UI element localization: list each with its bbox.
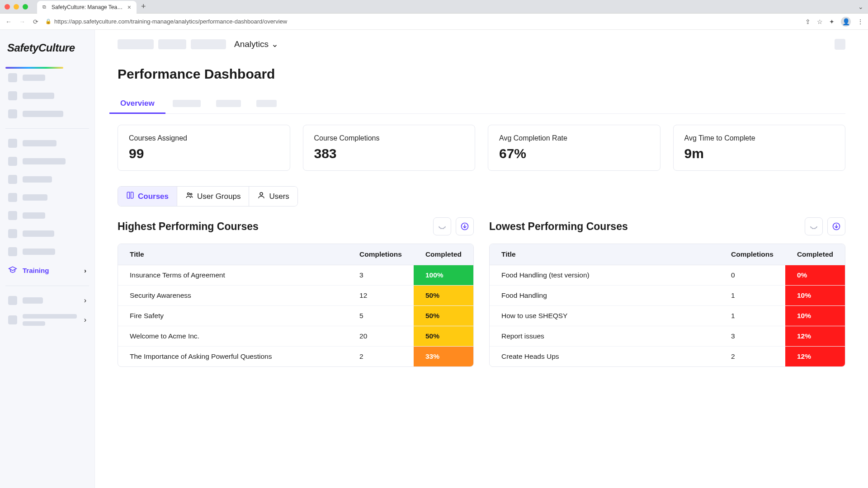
breadcrumb-placeholder <box>118 39 154 49</box>
graduation-cap-icon <box>8 265 17 276</box>
lowest-courses-table: Title Completions Completed Food Handlin… <box>489 244 845 367</box>
tab-close-icon[interactable]: × <box>127 4 131 11</box>
segment-user-groups[interactable]: User Groups <box>177 187 249 206</box>
tab-placeholder[interactable] <box>256 100 277 107</box>
user-icon <box>257 191 265 202</box>
table-row[interactable]: Security Awareness1250% <box>118 286 473 306</box>
segment-courses[interactable]: Courses <box>118 187 177 206</box>
col-title: Title <box>118 244 348 265</box>
tabs: Overview <box>118 94 845 114</box>
bookmark-icon[interactable]: ☆ <box>817 18 823 25</box>
users-icon <box>185 191 193 202</box>
segment-control: Courses User Groups Users <box>118 186 298 206</box>
sidebar-item-placeholder[interactable] <box>5 105 89 123</box>
stat-label: Courses Assigned <box>129 134 279 142</box>
sidebar-item-training[interactable]: Training › <box>5 261 89 280</box>
chevron-right-icon: › <box>84 316 86 324</box>
segment-label: Courses <box>138 192 169 201</box>
extensions-icon[interactable]: ✦ <box>829 18 835 25</box>
close-window-icon[interactable] <box>5 4 10 9</box>
cell-completions: 20 <box>348 326 414 347</box>
cell-completed: 50% <box>414 286 473 306</box>
sidebar-item-placeholder[interactable] <box>5 188 89 206</box>
segment-label: Users <box>269 192 289 201</box>
sidebar-item-placeholder[interactable] <box>5 134 89 152</box>
cell-title: Food Handling (test version) <box>490 265 719 286</box>
segment-label: User Groups <box>197 192 241 201</box>
cell-completions: 1 <box>719 306 785 326</box>
col-completions: Completions <box>719 244 785 265</box>
cell-completed: 12% <box>785 347 845 366</box>
table-row[interactable]: Welcome to Acme Inc.2050% <box>118 326 473 347</box>
book-icon <box>126 191 134 202</box>
table-row[interactable]: Create Heads Ups212% <box>490 347 845 366</box>
tabs-overflow-icon[interactable]: ⌄ <box>858 3 863 10</box>
page-title: Performance Dashboard <box>118 66 845 82</box>
table-row[interactable]: The Importance of Asking Powerful Questi… <box>118 347 473 366</box>
minimize-window-icon[interactable] <box>14 4 19 9</box>
analytics-dropdown[interactable]: Analytics ⌄ <box>231 37 282 51</box>
lock-icon: 🔒 <box>45 19 52 24</box>
tab-placeholder[interactable] <box>173 100 201 107</box>
download-button[interactable] <box>456 217 474 235</box>
maximize-window-icon[interactable] <box>23 4 28 9</box>
topbar-action-placeholder[interactable] <box>835 39 845 50</box>
stat-value: 383 <box>314 146 464 161</box>
download-button[interactable] <box>827 217 845 235</box>
url-field[interactable]: 🔒 https://app.safetyculture.com/training… <box>45 18 800 25</box>
table-row[interactable]: How to use SHEQSY110% <box>490 306 845 326</box>
cell-completions: 2 <box>348 347 414 366</box>
profile-avatar-icon[interactable]: 👤 <box>841 17 851 27</box>
cell-completed: 33% <box>414 347 473 366</box>
cell-completions: 3 <box>348 265 414 286</box>
sidebar-item-placeholder[interactable] <box>5 69 89 87</box>
breadcrumb-bar: Analytics ⌄ <box>95 30 868 51</box>
hide-button[interactable] <box>805 217 823 235</box>
share-icon[interactable]: ⇪ <box>805 18 811 25</box>
browser-tab[interactable]: ⧉ SafetyCulture: Manage Teams and ... × <box>37 1 137 14</box>
tab-label: Overview <box>120 99 155 108</box>
browser-menu-icon[interactable]: ⋮ <box>857 18 863 25</box>
stat-card: Courses Assigned99 <box>118 125 290 171</box>
sidebar-item-placeholder[interactable] <box>5 206 89 225</box>
cell-completed: 10% <box>785 306 845 326</box>
tab-overview[interactable]: Overview <box>118 94 157 113</box>
main-content: Analytics ⌄ Performance Dashboard Overvi… <box>95 30 868 488</box>
cell-completions: 5 <box>348 306 414 326</box>
sidebar-item-placeholder[interactable] <box>5 243 89 261</box>
table-row[interactable]: Food Handling110% <box>490 286 845 306</box>
back-button[interactable]: ← <box>5 18 13 25</box>
download-icon <box>832 222 841 231</box>
stat-card: Course Completions383 <box>303 125 476 171</box>
hide-button[interactable] <box>433 217 451 235</box>
sidebar-item-placeholder[interactable]: › <box>5 291 89 310</box>
cell-title: Create Heads Ups <box>490 347 719 366</box>
forward-button[interactable]: → <box>18 18 26 25</box>
cell-completions: 2 <box>719 347 785 366</box>
table-row[interactable]: Fire Safety550% <box>118 306 473 326</box>
cell-completed: 50% <box>414 326 473 347</box>
sidebar-item-placeholder[interactable] <box>5 225 89 243</box>
table-row[interactable]: Food Handling (test version)00% <box>490 265 845 286</box>
stat-card: Avg Completion Rate67% <box>488 125 660 171</box>
sidebar-item-placeholder[interactable] <box>5 152 89 170</box>
chevron-down-icon: ⌄ <box>271 39 278 49</box>
tab-placeholder[interactable] <box>216 100 241 107</box>
window-controls[interactable] <box>5 4 28 9</box>
col-completions: Completions <box>348 244 414 265</box>
table-row[interactable]: Insurance Terms of Agreement3100% <box>118 265 473 286</box>
svg-point-0 <box>188 193 190 195</box>
svg-point-1 <box>190 193 192 195</box>
cell-completed: 100% <box>414 265 473 286</box>
cell-title: Insurance Terms of Agreement <box>118 265 348 286</box>
reload-button[interactable]: ⟳ <box>32 18 40 25</box>
segment-users[interactable]: Users <box>249 187 297 206</box>
table-row[interactable]: Report issues312% <box>490 326 845 347</box>
sidebar-item-placeholder[interactable]: › <box>5 310 89 330</box>
lowest-performing-panel: Lowest Performing Courses Title Completi… <box>489 217 845 367</box>
new-tab-button[interactable]: + <box>141 2 146 11</box>
sidebar-item-placeholder[interactable] <box>5 170 89 188</box>
sidebar-item-placeholder[interactable] <box>5 87 89 105</box>
url-text: https://app.safetyculture.com/training-m… <box>54 18 287 25</box>
panel-title: Lowest Performing Courses <box>489 221 800 233</box>
